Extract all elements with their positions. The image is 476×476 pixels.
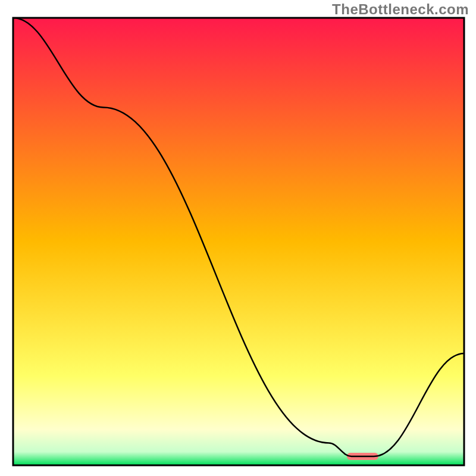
chart-frame: TheBottleneck.com xyxy=(0,0,476,476)
plot-background xyxy=(13,18,464,465)
bottleneck-chart xyxy=(0,0,476,476)
